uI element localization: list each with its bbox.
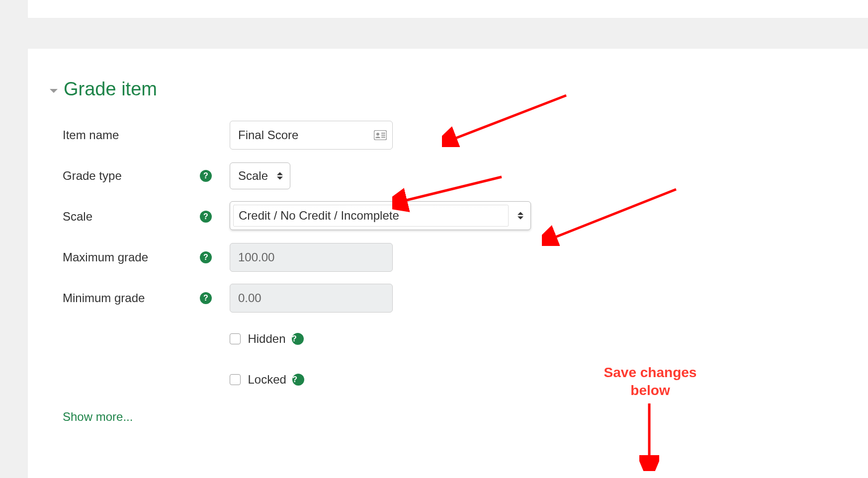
- row-max-grade: Maximum grade ?: [28, 237, 868, 278]
- help-icon[interactable]: ?: [200, 211, 212, 223]
- min-grade-input: [230, 284, 393, 313]
- grade-type-value: Scale: [238, 169, 268, 183]
- annotation-arrow: [442, 92, 571, 147]
- locked-checkbox[interactable]: [230, 374, 241, 385]
- annotation-arrow: [392, 174, 507, 214]
- row-hidden: Hidden ?: [28, 319, 868, 359]
- label-max-grade: Maximum grade: [28, 250, 194, 264]
- label-item-name: Item name: [28, 128, 194, 142]
- hidden-label: Hidden: [248, 332, 285, 345]
- show-more-link[interactable]: Show more...: [63, 410, 868, 424]
- chevron-down-icon: [50, 89, 58, 93]
- section-title: Grade item: [64, 79, 157, 100]
- help-icon[interactable]: ?: [200, 251, 212, 263]
- annotation-arrow: [542, 186, 681, 246]
- grade-type-select[interactable]: Scale: [230, 162, 290, 189]
- svg-line-5: [452, 95, 566, 140]
- hidden-checkbox[interactable]: [230, 333, 241, 344]
- help-icon[interactable]: ?: [200, 292, 212, 304]
- label-grade-type: Grade type: [28, 169, 194, 183]
- label-scale: Scale: [28, 210, 194, 224]
- annotation-arrow-down: [639, 401, 659, 471]
- svg-point-1: [376, 133, 379, 136]
- label-min-grade: Minimum grade: [28, 291, 194, 305]
- help-icon[interactable]: ?: [292, 374, 304, 386]
- contact-card-icon: [374, 130, 387, 140]
- form: Item name: [28, 115, 868, 424]
- top-card: [28, 0, 868, 18]
- svg-line-6: [402, 177, 502, 201]
- svg-rect-4: [381, 137, 385, 138]
- updown-caret-icon: [277, 172, 283, 180]
- help-icon[interactable]: ?: [200, 170, 212, 182]
- item-name-input-wrap: [230, 121, 393, 150]
- help-icon[interactable]: ?: [292, 333, 304, 345]
- max-grade-input: [230, 243, 393, 272]
- locked-label: Locked: [248, 373, 286, 386]
- scale-value: Credit / No Credit / Incomplete: [239, 209, 399, 223]
- svg-rect-2: [381, 133, 385, 134]
- item-name-input[interactable]: [230, 121, 393, 150]
- row-locked: Locked ?: [28, 359, 868, 400]
- annotation-text: Save changesbelow: [586, 364, 715, 400]
- updown-caret-icon: [518, 212, 523, 220]
- svg-rect-3: [381, 135, 385, 136]
- svg-line-7: [552, 189, 676, 239]
- row-min-grade: Minimum grade ?: [28, 278, 868, 319]
